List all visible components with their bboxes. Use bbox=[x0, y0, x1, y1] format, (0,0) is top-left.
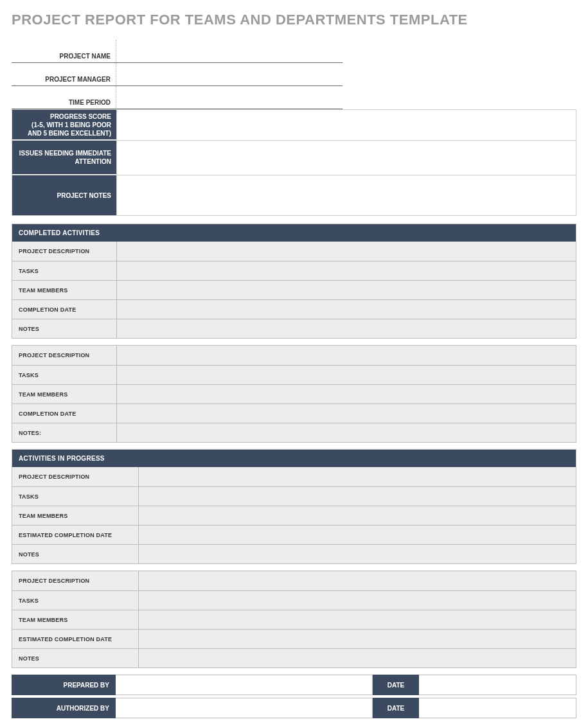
row-label: NOTES bbox=[12, 545, 138, 563]
completed-activities-section: COMPLETED ACTIVITIES PROJECT DESCRIPTION… bbox=[12, 224, 576, 339]
progress-score-value[interactable] bbox=[116, 110, 343, 140]
row-label: TASKS bbox=[12, 366, 116, 384]
row-value[interactable] bbox=[116, 346, 576, 365]
table-row: ESTIMATED COMPLETION DATE bbox=[12, 525, 576, 544]
time-period-label: TIME PERIOD bbox=[12, 86, 116, 109]
row-value[interactable] bbox=[116, 242, 576, 261]
table-row: TASKS bbox=[12, 590, 576, 610]
project-notes-label: PROJECT NOTES bbox=[12, 175, 116, 215]
row-label: PROJECT DESCRIPTION bbox=[12, 346, 116, 365]
project-manager-label: PROJECT MANAGER bbox=[12, 63, 116, 86]
issues-label: ISSUES NEEDING IMMEDIATE ATTENTION bbox=[12, 141, 116, 175]
table-row: NOTES: bbox=[12, 423, 576, 442]
row-label: TASKS bbox=[12, 261, 116, 280]
progress-score-label: PROGRESS SCORE (1-5, WITH 1 BEING POOR A… bbox=[12, 110, 116, 140]
row-label: PROJECT DESCRIPTION bbox=[12, 467, 138, 486]
row-value[interactable] bbox=[138, 467, 576, 486]
row-value[interactable] bbox=[138, 526, 576, 544]
table-row: TEAM MEMBERS bbox=[12, 384, 576, 403]
row-value[interactable] bbox=[138, 630, 576, 648]
row-label: ESTIMATED COMPLETION DATE bbox=[12, 630, 138, 648]
table-row: PROJECT DESCRIPTION bbox=[12, 346, 576, 365]
signoff-section: PREPARED BY DATE AUTHORIZED BY DATE bbox=[12, 675, 576, 718]
table-row: NOTES bbox=[12, 648, 576, 668]
row-value[interactable] bbox=[138, 649, 576, 668]
highlights-section: PROGRESS SCORE (1-5, WITH 1 BEING POOR A… bbox=[12, 109, 576, 216]
project-manager-value[interactable] bbox=[116, 63, 343, 86]
row-value[interactable] bbox=[138, 610, 576, 629]
project-name-value[interactable] bbox=[116, 40, 343, 63]
in-progress-header: ACTIVITIES IN PROGRESS bbox=[12, 450, 576, 467]
table-row: ESTIMATED COMPLETION DATE bbox=[12, 629, 576, 648]
prepared-by-date-label: DATE bbox=[373, 675, 419, 695]
issues-value[interactable] bbox=[116, 141, 576, 175]
row-label: TEAM MEMBERS bbox=[12, 385, 116, 403]
table-row: NOTES bbox=[12, 544, 576, 563]
row-value[interactable] bbox=[138, 545, 576, 563]
authorized-by-date-label: DATE bbox=[373, 698, 419, 718]
completed-block-1: PROJECT DESCRIPTION TASKS TEAM MEMBERS C… bbox=[12, 345, 576, 443]
row-label: NOTES bbox=[12, 319, 116, 338]
row-value[interactable] bbox=[116, 385, 576, 403]
table-row: PROJECT DESCRIPTION bbox=[12, 467, 576, 486]
row-label: PROJECT DESCRIPTION bbox=[12, 242, 116, 261]
in-progress-block-0: PROJECT DESCRIPTION TASKS TEAM MEMBERS E… bbox=[12, 467, 576, 563]
table-row: PROJECT DESCRIPTION bbox=[12, 242, 576, 261]
in-progress-block-1: PROJECT DESCRIPTION TASKS TEAM MEMBERS E… bbox=[12, 571, 576, 668]
table-row: COMPLETION DATE bbox=[12, 403, 576, 423]
table-row: NOTES bbox=[12, 319, 576, 338]
completed-activities-header: COMPLETED ACTIVITIES bbox=[12, 224, 576, 242]
authorized-by-date-value[interactable] bbox=[419, 698, 576, 718]
table-row: PROJECT DESCRIPTION bbox=[12, 571, 576, 590]
authorized-by-value[interactable] bbox=[116, 698, 373, 718]
row-label: PROJECT DESCRIPTION bbox=[12, 571, 138, 590]
prepared-by-date-value[interactable] bbox=[419, 675, 576, 695]
row-value[interactable] bbox=[116, 423, 576, 442]
row-value[interactable] bbox=[116, 404, 576, 423]
page-title: PROJECT REPORT FOR TEAMS AND DEPARTMENTS… bbox=[12, 12, 576, 28]
row-label: TASKS bbox=[12, 487, 138, 506]
authorized-by-row: AUTHORIZED BY DATE bbox=[12, 698, 576, 718]
row-value[interactable] bbox=[138, 506, 576, 525]
time-period-value[interactable] bbox=[116, 86, 343, 109]
prepared-by-value[interactable] bbox=[116, 675, 373, 695]
project-notes-value[interactable] bbox=[116, 175, 576, 215]
prepared-by-row: PREPARED BY DATE bbox=[12, 675, 576, 695]
time-period-row: TIME PERIOD bbox=[12, 86, 576, 109]
row-label: TEAM MEMBERS bbox=[12, 610, 138, 629]
issues-row: ISSUES NEEDING IMMEDIATE ATTENTION bbox=[12, 141, 576, 175]
row-value[interactable] bbox=[138, 571, 576, 590]
row-value[interactable] bbox=[116, 366, 576, 384]
project-name-row: PROJECT NAME bbox=[12, 40, 576, 63]
row-label: ESTIMATED COMPLETION DATE bbox=[12, 526, 138, 544]
completed-block-0: PROJECT DESCRIPTION TASKS TEAM MEMBERS C… bbox=[12, 242, 576, 338]
table-row: TEAM MEMBERS bbox=[12, 280, 576, 299]
row-label: COMPLETION DATE bbox=[12, 404, 116, 423]
row-label: TEAM MEMBERS bbox=[12, 506, 138, 525]
prepared-by-label: PREPARED BY bbox=[12, 675, 116, 695]
project-manager-row: PROJECT MANAGER bbox=[12, 63, 576, 86]
row-value[interactable] bbox=[138, 487, 576, 506]
row-label: TASKS bbox=[12, 591, 138, 610]
row-value[interactable] bbox=[116, 281, 576, 299]
table-row: TEAM MEMBERS bbox=[12, 610, 576, 629]
row-value[interactable] bbox=[116, 319, 576, 338]
table-row: COMPLETION DATE bbox=[12, 299, 576, 319]
in-progress-section: ACTIVITIES IN PROGRESS PROJECT DESCRIPTI… bbox=[12, 449, 576, 564]
row-value[interactable] bbox=[138, 591, 576, 610]
row-value[interactable] bbox=[116, 300, 576, 319]
row-label: NOTES bbox=[12, 649, 138, 668]
table-row: TEAM MEMBERS bbox=[12, 506, 576, 525]
table-row: TASKS bbox=[12, 486, 576, 506]
project-name-label: PROJECT NAME bbox=[12, 40, 116, 63]
row-value[interactable] bbox=[116, 261, 576, 280]
row-label: TEAM MEMBERS bbox=[12, 281, 116, 299]
row-label: NOTES: bbox=[12, 423, 116, 442]
progress-score-row: PROGRESS SCORE (1-5, WITH 1 BEING POOR A… bbox=[12, 110, 576, 141]
row-label: COMPLETION DATE bbox=[12, 300, 116, 319]
table-row: TASKS bbox=[12, 261, 576, 280]
project-notes-row: PROJECT NOTES bbox=[12, 175, 576, 215]
top-meta-section: PROJECT NAME PROJECT MANAGER TIME PERIOD bbox=[12, 40, 576, 109]
table-row: TASKS bbox=[12, 365, 576, 384]
authorized-by-label: AUTHORIZED BY bbox=[12, 698, 116, 718]
